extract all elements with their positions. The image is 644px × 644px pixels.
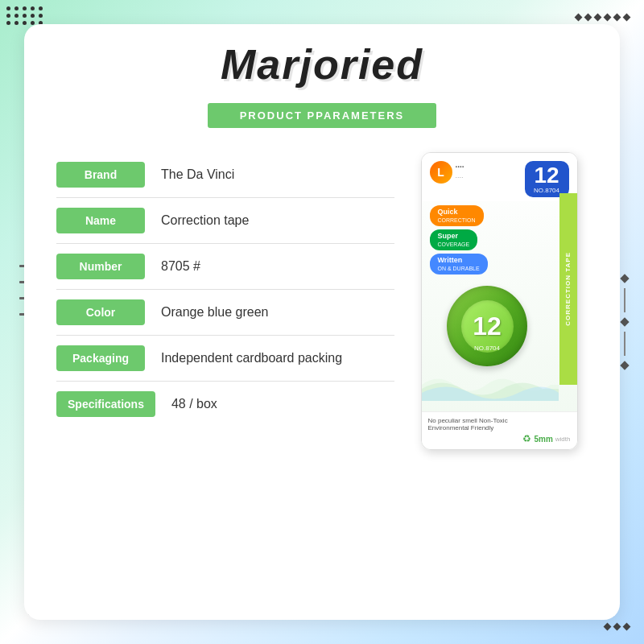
product-card-illustration: L ···· ···· 12 NO.8704 CO <box>421 152 578 450</box>
value-color: Orange blue green <box>161 305 268 320</box>
value-packaging: Independent cardboard packing <box>161 351 342 365</box>
label-color: Color <box>56 299 145 325</box>
recycle-icon: ♻ <box>522 433 531 444</box>
card-features: QuickCORRECTION SuperCOVERAGE WrittenON … <box>422 201 577 279</box>
outer-wrapper: Marjoried PRODUCT PPARAMETERS Brand The … <box>0 0 644 644</box>
product-image-area: L ···· ···· 12 NO.8704 CO <box>411 152 588 450</box>
label-packaging: Packaging <box>56 345 145 371</box>
product-table: Brand The Da Vinci Name Correction tape … <box>56 152 394 450</box>
card-footer: No peculiar smell Non-ToxicEnvironmental… <box>422 411 577 449</box>
value-specifications: 48 / box <box>171 397 217 411</box>
side-label: CORRECTION TAPE <box>559 193 577 385</box>
product-number: 12 <box>531 164 563 187</box>
value-number: 8705 # <box>161 259 200 274</box>
tape-subtext: NO.8704 <box>474 345 500 352</box>
number-badge: 12 NO.8704 <box>525 161 569 197</box>
tape-illustration: 12 NO.8704 <box>447 286 527 366</box>
feature-super: SuperCOVERAGE <box>430 229 478 250</box>
brand-name-small: ···· ···· <box>456 162 464 182</box>
table-row: Color Orange blue green <box>56 290 394 336</box>
right-decoration <box>621 275 628 369</box>
params-label: PRODUCT PPARAMETERS <box>208 103 437 128</box>
product-model: NO.8704 <box>531 187 563 194</box>
main-card: Marjoried PRODUCT PPARAMETERS Brand The … <box>24 24 620 620</box>
feature-written: WrittenON & DURABLE <box>430 254 488 275</box>
card-top: L ···· ···· 12 NO.8704 <box>422 153 577 201</box>
footer-text: No peculiar smell Non-ToxicEnvironmental… <box>428 417 571 431</box>
params-banner: PRODUCT PPARAMETERS <box>24 103 620 128</box>
label-brand: Brand <box>56 162 145 188</box>
width-label: width <box>555 436 571 443</box>
table-row: Specifications 48 / box <box>56 382 394 427</box>
table-row: Number 8705 # <box>56 244 394 290</box>
tape-container: 12 NO.8704 <box>422 282 553 370</box>
tape-number: 12 <box>473 312 502 341</box>
value-name: Correction tape <box>161 213 249 228</box>
content-area: Brand The Da Vinci Name Correction tape … <box>24 144 620 466</box>
footer-size: ♻ 5mm width <box>428 433 571 444</box>
card-waves <box>422 369 559 401</box>
logo-circle: L <box>430 161 452 184</box>
side-label-text: CORRECTION TAPE <box>564 252 572 326</box>
label-number: Number <box>56 254 145 279</box>
table-row: Brand The Da Vinci <box>56 152 394 198</box>
label-name: Name <box>56 208 145 233</box>
brand-title: Marjoried <box>221 41 423 88</box>
title-area: Marjoried <box>24 24 620 97</box>
table-row: Name Correction tape <box>56 198 394 244</box>
brand-logo: L ···· ···· <box>430 161 464 184</box>
table-row: Packaging Independent cardboard packing <box>56 336 394 382</box>
feature-quick: QuickCORRECTION <box>430 205 484 226</box>
size-text: 5mm <box>534 435 552 444</box>
label-specifications: Specifications <box>56 391 155 417</box>
value-brand: The Da Vinci <box>161 167 234 182</box>
